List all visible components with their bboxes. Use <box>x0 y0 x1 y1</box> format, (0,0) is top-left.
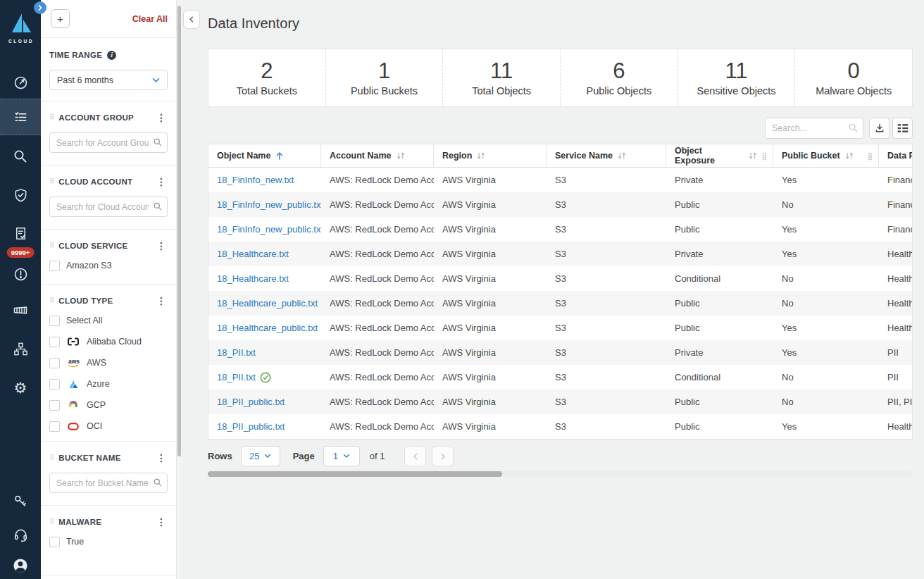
sidebar-item-search[interactable] <box>0 141 41 172</box>
drag-handle-icon[interactable]: ⠿ <box>49 297 54 304</box>
drag-handle-icon[interactable]: ⠿ <box>49 114 54 121</box>
horizontal-scrollbar[interactable] <box>208 471 913 477</box>
public-bucket-cell: Yes <box>773 175 879 185</box>
svg-text:aws: aws <box>68 358 80 365</box>
column-header-object-exposure[interactable]: Object Exposure ⣿ <box>666 144 773 167</box>
column-header-object-name[interactable]: Object Name <box>208 144 321 167</box>
sidebar-item-alerts[interactable] <box>0 259 41 290</box>
table-row[interactable]: 18_FinInfo_new.txt AWS: RedLock Demo Acc… <box>208 168 913 192</box>
sidebar-item-network[interactable] <box>0 333 41 364</box>
region-cell: AWS Virginia <box>434 323 547 333</box>
page-number-select[interactable]: 1 <box>323 446 360 466</box>
object-name-link[interactable]: 18_PII_public.txt <box>217 421 285 432</box>
previous-page-button[interactable] <box>404 446 426 466</box>
table-row[interactable]: 18_PII_public.txt AWS: RedLock Demo Acc.… <box>208 390 913 414</box>
service-name-cell: S3 <box>547 323 666 333</box>
gcp-checkbox[interactable] <box>49 400 60 411</box>
object-exposure-cell: Public <box>666 323 773 333</box>
filter-panel-scrollbar[interactable] <box>176 0 182 579</box>
service-name-cell: S3 <box>547 224 666 235</box>
kebab-menu-icon[interactable]: ⋮ <box>155 113 168 123</box>
table-row[interactable]: 18_Healthcare_public.txt AWS: RedLock De… <box>208 316 913 340</box>
drag-handle-icon[interactable]: ⠿ <box>49 242 54 249</box>
malware-true-checkbox[interactable] <box>49 537 60 547</box>
column-header-service-name[interactable]: Service Name <box>547 144 666 167</box>
table-row[interactable]: 18_PII.txt AWS: RedLock Demo Acc... AWS … <box>208 340 913 365</box>
drag-handle-icon[interactable]: ⠿ <box>49 454 54 461</box>
sidebar-item-dashboard[interactable] <box>0 67 41 98</box>
alibaba-cloud-label: Alibaba Cloud <box>87 337 142 347</box>
sidebar-item-policies[interactable] <box>0 218 41 249</box>
cloud-account-search-input[interactable] <box>49 197 168 217</box>
chevron-left-icon <box>413 453 418 460</box>
table-row[interactable]: 18_Healthcare.txt AWS: RedLock Demo Acc.… <box>208 242 913 266</box>
add-filter-button[interactable]: + <box>51 9 70 28</box>
sidebar-item-support[interactable] <box>0 519 41 550</box>
object-name-link[interactable]: 18_FinInfo_new_public.txt <box>217 224 321 235</box>
kebab-menu-icon[interactable]: ⋮ <box>155 517 168 527</box>
column-settings-button[interactable] <box>892 118 913 139</box>
object-name-link[interactable]: 18_Healthcare_public.txt <box>217 298 318 309</box>
object-name-link[interactable]: 18_FinInfo_new_public.txt <box>217 199 321 210</box>
malware-section: ⠿ MALWARE ⋮ True <box>41 506 176 576</box>
stat-value: 2 <box>261 59 273 83</box>
table-row[interactable]: 18_Healthcare.txt AWS: RedLock Demo Acc.… <box>208 266 913 291</box>
sidebar-item-compute[interactable] <box>0 295 41 326</box>
public-bucket-cell: Yes <box>773 347 879 358</box>
azure-checkbox[interactable] <box>49 379 60 390</box>
column-header-public-bucket[interactable]: Public Bucket ⣿ <box>773 144 879 167</box>
kebab-menu-icon[interactable]: ⋮ <box>155 296 168 306</box>
prisma-cloud-logo[interactable]: CLOUD <box>0 11 41 44</box>
object-name-link[interactable]: 18_PII.txt <box>217 347 256 358</box>
clear-all-button[interactable]: Clear All <box>132 14 168 24</box>
download-button[interactable] <box>869 118 889 139</box>
object-name-link[interactable]: 18_Healthcare.txt <box>217 273 289 284</box>
table-row[interactable]: 18_Healthcare_public.txt AWS: RedLock De… <box>208 291 913 316</box>
panel-expand-chip[interactable] <box>34 1 46 14</box>
column-header-region[interactable]: Region <box>434 144 547 167</box>
sidebar-item-governance[interactable] <box>0 180 41 211</box>
account-group-search-input[interactable] <box>49 132 168 153</box>
column-drag-handle-icon[interactable]: ⣿ <box>762 152 767 160</box>
object-name-link[interactable]: 18_Healthcare_public.txt <box>217 323 318 333</box>
bucket-name-search-input[interactable] <box>49 473 168 493</box>
object-name-link[interactable]: 18_PII.txt <box>217 372 256 382</box>
select-all-checkbox[interactable] <box>49 316 60 326</box>
public-bucket-cell: Yes <box>773 323 879 333</box>
sidebar-item-access-keys[interactable] <box>0 486 41 517</box>
kebab-menu-icon[interactable]: ⋮ <box>155 241 168 251</box>
time-range-dropdown[interactable]: Past 6 months <box>49 70 168 90</box>
drag-handle-icon[interactable]: ⠿ <box>49 518 54 525</box>
kebab-menu-icon[interactable]: ⋮ <box>155 177 168 187</box>
document-check-icon <box>13 225 29 242</box>
scrollbar-thumb[interactable] <box>208 471 502 477</box>
kebab-menu-icon[interactable]: ⋮ <box>155 453 168 463</box>
column-header-account-name[interactable]: Account Name <box>321 144 434 167</box>
column-header-data-profile[interactable]: Data Profile <box>879 144 913 167</box>
object-name-link[interactable]: 18_FinInfo_new.txt <box>217 175 294 185</box>
stat-label: Total Objects <box>472 85 531 96</box>
service-name-cell: S3 <box>547 199 666 210</box>
drag-handle-icon[interactable]: ⠿ <box>49 178 54 185</box>
amazon-s3-checkbox[interactable] <box>49 261 60 271</box>
aws-checkbox[interactable] <box>49 358 60 368</box>
info-icon[interactable]: i <box>107 51 116 60</box>
column-drag-handle-icon[interactable]: ⣿ <box>868 152 873 160</box>
table-row[interactable]: 18_PII_public.txt AWS: RedLock Demo Acc.… <box>208 414 913 439</box>
rows-per-page-select[interactable]: 25 <box>241 446 280 466</box>
table-row[interactable]: 18_FinInfo_new_public.txt AWS: RedLock D… <box>208 192 913 217</box>
sidebar-item-settings[interactable]: ⚙ <box>0 372 41 403</box>
chevron-right-icon <box>37 5 43 11</box>
object-name-link[interactable]: 18_PII_public.txt <box>217 397 285 407</box>
alibaba-cloud-checkbox[interactable] <box>49 337 60 347</box>
oci-checkbox[interactable] <box>49 421 60 432</box>
object-name-link[interactable]: 18_Healthcare.txt <box>217 249 289 259</box>
sidebar-item-profile[interactable] <box>0 550 41 579</box>
sidebar-item-inventory[interactable] <box>0 99 41 135</box>
next-page-button[interactable] <box>432 446 454 466</box>
scrollbar-thumb[interactable] <box>177 6 181 456</box>
panel-collapse-button[interactable] <box>183 10 200 29</box>
gear-icon: ⚙ <box>14 380 27 395</box>
table-row[interactable]: 18_PII.txt AWS: RedLock Demo Acc... AWS … <box>208 365 913 390</box>
table-row[interactable]: 18_FinInfo_new_public.txt AWS: RedLock D… <box>208 217 913 242</box>
